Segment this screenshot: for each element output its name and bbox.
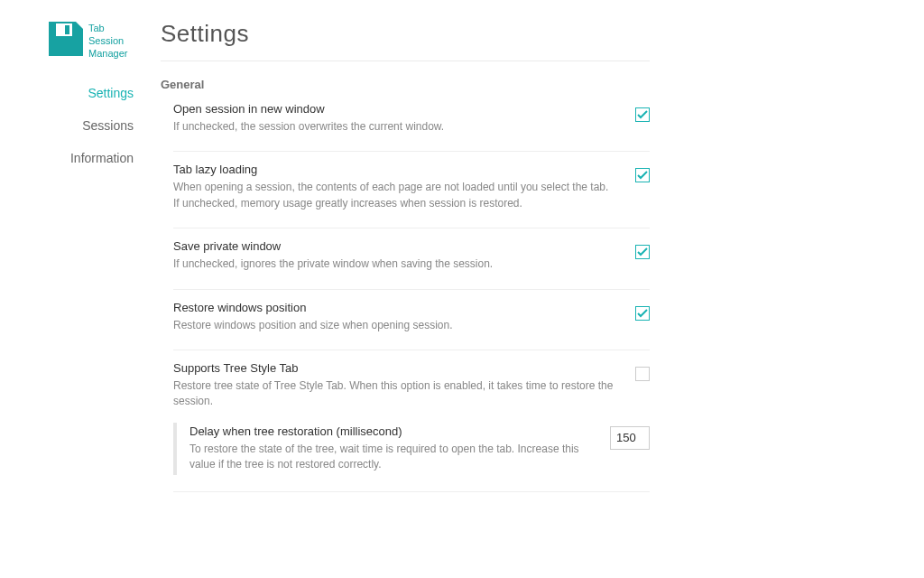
checkbox-save-private[interactable] bbox=[635, 245, 650, 259]
sidebar-nav: Settings Sessions Information bbox=[0, 77, 144, 174]
setting-title: Save private window bbox=[173, 239, 617, 253]
nav-item-sessions[interactable]: Sessions bbox=[0, 109, 134, 142]
setting-lazy-loading: Tab lazy loading When opening a session,… bbox=[173, 152, 650, 228]
setting-title: Supports Tree Style Tab bbox=[173, 361, 617, 375]
setting-desc: Restore tree state of Tree Style Tab. Wh… bbox=[173, 378, 617, 410]
setting-desc: When opening a session, the contents of … bbox=[173, 180, 617, 211]
nav-item-information[interactable]: Information bbox=[0, 142, 134, 174]
app-name: Tab Session Manager bbox=[88, 20, 127, 60]
settings-list: Open session in new window If unchecked,… bbox=[161, 102, 650, 492]
floppy-disk-icon bbox=[47, 20, 85, 61]
checkbox-tree-style-tab[interactable] bbox=[635, 367, 650, 381]
divider bbox=[161, 61, 650, 61]
sub-setting-title: Delay when tree restoration (millisecond… bbox=[189, 424, 597, 438]
setting-desc: Restore windows position and size when o… bbox=[173, 318, 617, 333]
setting-desc: If unchecked, the session overwrites the… bbox=[173, 119, 617, 135]
setting-tree-style-tab: Supports Tree Style Tab Restore tree sta… bbox=[173, 350, 650, 492]
setting-title: Restore windows position bbox=[173, 301, 617, 314]
setting-open-new-window: Open session in new window If unchecked,… bbox=[173, 102, 650, 152]
page-title: Settings bbox=[161, 20, 650, 48]
setting-save-private: Save private window If unchecked, ignore… bbox=[173, 228, 650, 289]
svg-rect-0 bbox=[56, 23, 72, 36]
main-content: Settings General Open session in new win… bbox=[144, 0, 650, 528]
checkbox-restore-position[interactable] bbox=[635, 306, 650, 321]
svg-rect-1 bbox=[65, 25, 69, 34]
app-logo-block: Tab Session Manager bbox=[0, 20, 144, 61]
setting-title: Tab lazy loading bbox=[173, 163, 617, 176]
setting-title: Open session in new window bbox=[173, 102, 617, 116]
tree-delay-input[interactable] bbox=[610, 426, 650, 450]
checkbox-open-new-window[interactable] bbox=[635, 107, 650, 122]
nav-item-settings[interactable]: Settings bbox=[0, 77, 134, 109]
checkbox-lazy-loading[interactable] bbox=[635, 168, 650, 182]
setting-desc: If unchecked, ignores the private window… bbox=[173, 256, 617, 272]
section-heading-general: General bbox=[161, 78, 650, 91]
sub-setting-desc: To restore the state of the tree, wait t… bbox=[189, 442, 597, 473]
sidebar: Tab Session Manager Settings Sessions In… bbox=[0, 0, 144, 528]
setting-restore-position: Restore windows position Restore windows… bbox=[173, 290, 650, 350]
sub-setting-tree-delay: Delay when tree restoration (millisecond… bbox=[173, 423, 650, 475]
